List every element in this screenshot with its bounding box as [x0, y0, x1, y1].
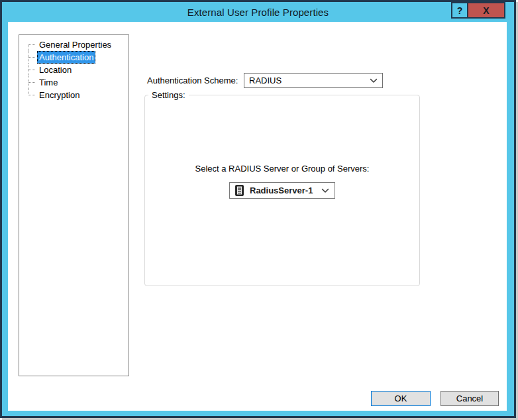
- server-list-icon: [235, 185, 244, 196]
- dialog-window: External User Profile Properties ? x Gen…: [0, 0, 516, 418]
- close-icon: x: [483, 5, 489, 16]
- tree-item-label: Time: [37, 77, 60, 88]
- page-title: External User Profile Properties: [187, 7, 329, 18]
- radius-server-prompt: Select a RADIUS Server or Group of Serve…: [145, 164, 419, 174]
- auth-scheme-value: RADIUS: [249, 76, 282, 85]
- title-bar: External User Profile Properties ? x: [2, 2, 514, 22]
- help-button[interactable]: ?: [451, 2, 467, 19]
- tree-item-label: Authentication: [37, 51, 95, 64]
- settings-groupbox: Settings: Select a RADIUS Server or Grou…: [144, 90, 420, 286]
- tree-item-encryption[interactable]: Encryption: [19, 89, 129, 101]
- chevron-down-icon: [321, 188, 329, 193]
- caption-buttons: ? x: [451, 2, 505, 19]
- category-tree-panel: General Properties Authentication Locati…: [19, 34, 129, 376]
- ok-button[interactable]: OK: [371, 391, 431, 406]
- tree-item-time[interactable]: Time: [19, 76, 129, 89]
- tree-item-label: Encryption: [37, 89, 81, 101]
- radius-server-value: RadiusServer-1: [250, 185, 313, 195]
- radius-server-dropdown[interactable]: RadiusServer-1: [229, 182, 335, 199]
- question-icon: ?: [457, 5, 463, 16]
- tree-item-label: General Properties: [37, 39, 113, 50]
- tree-item-general-properties[interactable]: General Properties: [19, 38, 129, 51]
- tree-item-authentication[interactable]: Authentication: [19, 51, 129, 64]
- auth-scheme-label: Authentication Scheme:: [147, 73, 238, 88]
- tree-item-location[interactable]: Location: [19, 64, 129, 76]
- auth-scheme-dropdown[interactable]: RADIUS: [244, 73, 383, 88]
- chevron-down-icon: [370, 78, 378, 83]
- category-tree: General Properties Authentication Locati…: [19, 38, 129, 101]
- dialog-content: General Properties Authentication Locati…: [8, 22, 507, 411]
- close-button[interactable]: x: [467, 2, 505, 19]
- cancel-button[interactable]: Cancel: [440, 391, 499, 406]
- tree-item-label: Location: [37, 64, 74, 76]
- settings-group-label: Settings:: [148, 90, 189, 100]
